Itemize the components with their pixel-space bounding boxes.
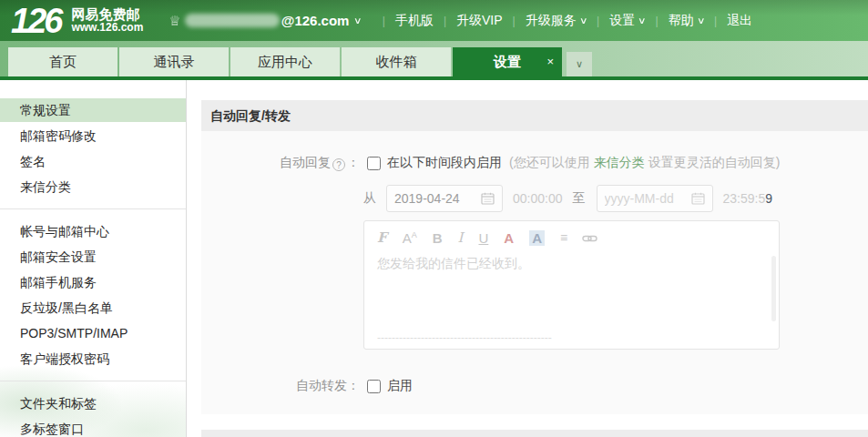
menu-item-upgrade-vip[interactable]: 升级VIP	[456, 13, 503, 29]
sidebar-item-general-settings[interactable]: 常规设置	[0, 98, 186, 122]
logo-name: 网易免费邮	[71, 6, 143, 22]
auto-reply-checkbox-label: 在以下时间段内启用	[387, 155, 502, 171]
sidebar-item-signature[interactable]: 签名	[0, 149, 186, 173]
sidebar-item-mail-classification[interactable]: 来信分类	[0, 175, 186, 198]
auto-forward-row: 自动转发： 启用	[201, 378, 868, 394]
from-date-input[interactable]	[394, 191, 477, 206]
auto-reply-label: 自动回复?：	[201, 155, 360, 171]
date-range-row: 从 00:00:00 至	[201, 185, 868, 212]
align-icon[interactable]: ≡	[560, 230, 567, 245]
section-title-auto-reply-forward: 自动回复/转发	[201, 100, 868, 131]
auto-reply-section: 自动回复?： 在以下时间段内启用 (您还可以使用来信分类设置更灵活的自动回复) …	[201, 131, 868, 414]
auto-forward-label: 自动转发：	[201, 378, 360, 394]
tab-bar-underline	[0, 76, 868, 80]
sidebar-item-account-center[interactable]: 帐号与邮箱中心	[0, 219, 186, 243]
auto-forward-checkbox-label: 启用	[387, 378, 413, 394]
chevron-down-icon: ∨	[579, 15, 588, 25]
auto-reply-row: 自动回复?： 在以下时间段内启用 (您还可以使用来信分类设置更灵活的自动回复)	[201, 155, 868, 171]
tab-app-center[interactable]: 应用中心	[230, 47, 340, 76]
auto-forward-enable-checkbox[interactable]	[367, 380, 381, 393]
tab-inbox[interactable]: 收件箱	[342, 47, 451, 76]
font-size-icon[interactable]: AA	[403, 230, 417, 246]
to-date-input[interactable]	[605, 191, 688, 206]
sidebar-item-folders-labels[interactable]: 文件夹和标签	[0, 391, 186, 415]
sidebar-item-multi-tab-window[interactable]: 多标签窗口	[0, 417, 186, 437]
tab-contacts[interactable]: 通讯录	[119, 47, 229, 76]
italic-icon[interactable]: I	[458, 229, 464, 246]
tab-bar: 首页 通讯录 应用中心 收件箱 设置 × ∨	[0, 41, 868, 80]
calendar-icon[interactable]	[481, 192, 495, 205]
sidebar-divider	[0, 381, 186, 381]
account-name-blurred	[185, 14, 280, 27]
highlight-color-icon[interactable]: A	[529, 230, 545, 246]
logo-url: www.126.com	[71, 22, 143, 35]
sidebar-item-security-settings[interactable]: 邮箱安全设置	[0, 245, 186, 269]
logo-126[interactable]: 126 网易免费邮 www.126.com	[11, 3, 143, 39]
next-section-header-bar	[201, 430, 868, 437]
settings-main-panel: 自动回复/转发 自动回复?： 在以下时间段内启用 (您还可以使用来信分类设置更灵…	[187, 80, 868, 437]
vip-crown-icon: ♕	[168, 13, 180, 29]
chevron-down-icon: ∨	[638, 15, 647, 25]
menu-item-upgrade-services[interactable]: 升级服务 ∨	[526, 13, 587, 29]
account-dropdown[interactable]: ♕ @126.com ∨	[168, 13, 361, 29]
logo-number: 126	[11, 3, 66, 39]
tab-overflow-button[interactable]: ∨	[567, 52, 592, 76]
sidebar-divider	[0, 208, 186, 209]
menu-item-logout[interactable]: 退出	[727, 13, 752, 29]
auto-reply-message-text[interactable]: 您发给我的信件已经收到。	[364, 246, 779, 282]
link-icon[interactable]	[582, 230, 597, 246]
account-email-suffix: @126.com	[281, 13, 350, 28]
menu-item-mobile[interactable]: 手机版	[395, 13, 434, 29]
from-time: 00:00:00	[513, 191, 563, 206]
signature-dashes: ----------------------------------------…	[377, 331, 552, 344]
mail-classification-link[interactable]: 来信分类	[594, 155, 645, 169]
menu-separator: |	[444, 15, 446, 27]
menu-separator: |	[513, 15, 516, 27]
from-date-picker[interactable]	[386, 185, 503, 212]
settings-sidebar: 常规设置 邮箱密码修改 签名 来信分类 帐号与邮箱中心 邮箱安全设置 邮箱手机服…	[0, 80, 187, 437]
editor-toolbar: F AA B I U A A ≡	[364, 221, 779, 246]
help-icon[interactable]: ?	[332, 158, 345, 171]
menu-separator: |	[656, 15, 659, 27]
sidebar-item-client-auth-password[interactable]: 客户端授权密码	[0, 347, 186, 371]
menu-separator: |	[597, 15, 599, 27]
editor-scrollbar[interactable]	[771, 256, 776, 321]
auto-reply-hint: (您还可以使用来信分类设置更灵活的自动回复)	[509, 155, 780, 171]
tab-home[interactable]: 首页	[8, 47, 117, 76]
close-icon[interactable]: ×	[546, 47, 554, 76]
calendar-icon[interactable]	[691, 192, 705, 205]
from-label: 从	[363, 190, 376, 207]
to-date-picker[interactable]	[597, 185, 713, 212]
sidebar-item-pop3-smtp-imap[interactable]: POP3/SMTP/IMAP	[0, 321, 186, 345]
top-menu: | 手机版 | 升级VIP | 升级服务 ∨ | 设置 ∨ | 帮助 ∨ | 退…	[373, 13, 752, 29]
to-time: 23:59:59	[723, 191, 773, 206]
menu-item-help[interactable]: 帮助 ∨	[669, 13, 704, 29]
top-header-bar: 126 网易免费邮 www.126.com ♕ @126.com ∨ | 手机版…	[0, 0, 868, 41]
chevron-down-icon: ∨	[576, 58, 583, 70]
font-family-icon[interactable]: F	[377, 229, 387, 246]
underline-icon[interactable]: U	[478, 230, 488, 246]
bold-icon[interactable]: B	[433, 230, 443, 246]
auto-reply-enable-checkbox[interactable]	[367, 157, 381, 170]
menu-item-settings[interactable]: 设置 ∨	[609, 13, 645, 29]
tab-settings[interactable]: 设置 ×	[453, 47, 562, 76]
menu-separator: |	[383, 15, 385, 27]
font-color-icon[interactable]: A	[504, 230, 514, 246]
sidebar-item-mobile-services[interactable]: 邮箱手机服务	[0, 270, 186, 294]
sidebar-item-antispam-lists[interactable]: 反垃圾/黑白名单	[0, 296, 186, 320]
chevron-down-icon: ∨	[353, 15, 363, 25]
to-label: 至	[573, 190, 586, 207]
section-gap	[201, 414, 868, 430]
sidebar-item-password-change[interactable]: 邮箱密码修改	[0, 124, 186, 147]
menu-separator: |	[714, 15, 717, 27]
chevron-down-icon: ∨	[697, 15, 706, 25]
auto-reply-message-editor[interactable]: F AA B I U A A ≡	[363, 220, 780, 350]
